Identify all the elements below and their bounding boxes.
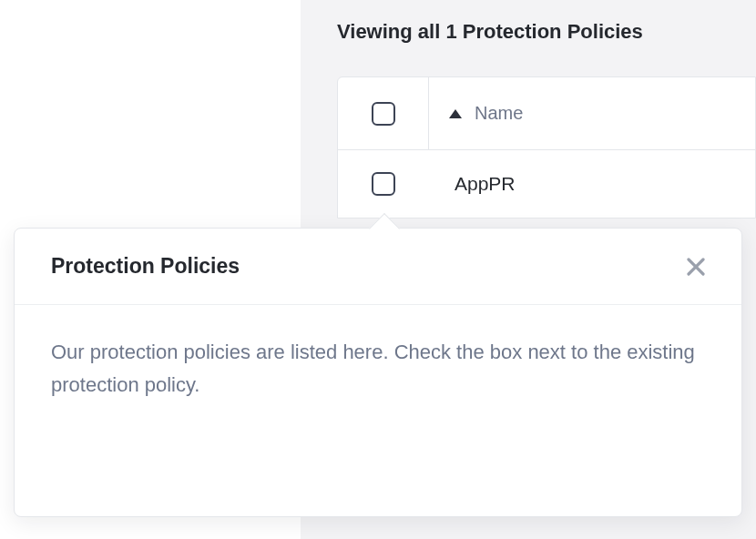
column-header-name[interactable]: Name xyxy=(429,77,523,149)
tooltip-popover: Protection Policies Our protection polic… xyxy=(14,228,742,517)
row-name-cell: AppPR xyxy=(429,173,516,195)
popover-header: Protection Policies xyxy=(15,229,741,305)
policies-table: Name AppPR xyxy=(337,76,756,219)
select-all-cell xyxy=(338,77,429,149)
table-header-row: Name xyxy=(338,77,755,150)
column-header-name-label: Name xyxy=(475,103,523,124)
close-icon xyxy=(686,257,706,277)
popover-body: Our protection policies are listed here.… xyxy=(15,305,741,402)
select-all-checkbox[interactable] xyxy=(372,102,395,126)
close-button[interactable] xyxy=(683,254,709,280)
page-title: Viewing all 1 Protection Policies xyxy=(337,20,643,44)
table-row[interactable]: AppPR xyxy=(338,150,755,218)
row-checkbox-cell xyxy=(338,150,429,218)
row-checkbox[interactable] xyxy=(372,172,395,196)
sort-asc-icon xyxy=(449,109,462,118)
popover-title: Protection Policies xyxy=(51,254,240,279)
